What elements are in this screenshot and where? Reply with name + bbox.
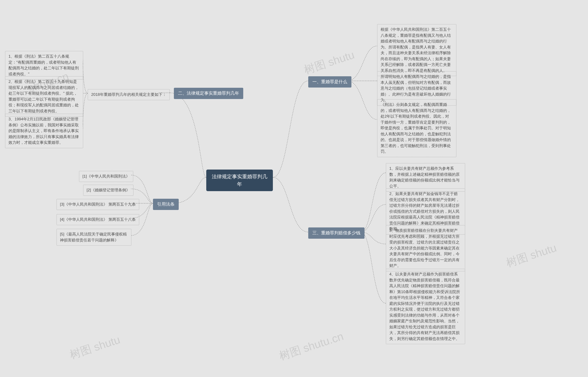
leaf-b1-1: 根据《中华人民共和国刑法》第二百五十八条规定，重婚罪是指有配偶又与他人结婚或者明…	[377, 24, 456, 76]
watermark: 树图 shutu	[68, 332, 122, 363]
leaf-b1-3: 《刑法》分则条文规定，有配偶而重婚的，或者明知他人有配偶而与之结婚的，处2年以下…	[377, 99, 456, 157]
root-node[interactable]: 法律规定事实重婚罪判几 年	[206, 170, 273, 191]
leaf-b2-3: 3、1994年2月1日民政部《婚姻登记管理条例》公布实施以前，我国对事实婚采取的…	[5, 114, 83, 148]
leaf-b4-3: [3]《中华人民共和国刑法》 第两百五十九条	[57, 199, 139, 210]
leaf-b2-1: 1、根据《刑法》第二百五十八条规定："有配偶而重婚的，或者明知他人有配偶而与之结…	[5, 51, 83, 80]
leaf-b3-4: 4、以夫妻共有财产总额作为损害赔偿系数并优先确定物质损害赔偿额，既符合最高人民法…	[386, 269, 465, 344]
branch-cited-laws[interactable]: 引用法条	[153, 199, 179, 210]
leaf-b4-1: [1]《中华人民共和国刑法》	[79, 171, 133, 182]
leaf-b4-4: [4]《中华人民共和国刑法》 第两百五十八条	[57, 214, 139, 225]
branch-what-is-bigamy[interactable]: 一、重婚罪是什么	[308, 76, 351, 88]
watermark: 树图 shutu	[504, 241, 558, 271]
watermark: 树图 shutu	[302, 47, 356, 78]
leaf-b4-2: [2]《婚姻登记管理条例》	[83, 185, 133, 196]
leaf-b3-3: 3、物质损害赔偿额在分割夫妻共有财产时应优先考虑和照顾，并根据无过错方所受的损害…	[386, 225, 465, 271]
leaf-b2-sub-visible: 2018年重婚罪判几年的相关规定主要如下：	[88, 89, 170, 100]
branch-compensation[interactable]: 三、重婚罪判赔偿多少钱	[308, 227, 365, 239]
leaf-b3-1: 1、应以夫妻共有财产总额作为参考系数，并根据上述确定精神损害赔偿额的原则来确定赔…	[386, 163, 465, 192]
leaf-b4-5: [5]《最高人民法院关于确定民事侵权精神损害赔偿责任若干问题的解释》	[57, 229, 131, 246]
branch-sentence-years[interactable]: 二、法律规定事实重婚罪判几年	[174, 88, 243, 99]
leaf-b2-2: 2、根据《刑法》第二百五十九条明知是现役军人的配偶而与之同居或者结婚的，处三年以…	[5, 76, 83, 117]
watermark: 树图 shutu.cn	[277, 329, 345, 364]
